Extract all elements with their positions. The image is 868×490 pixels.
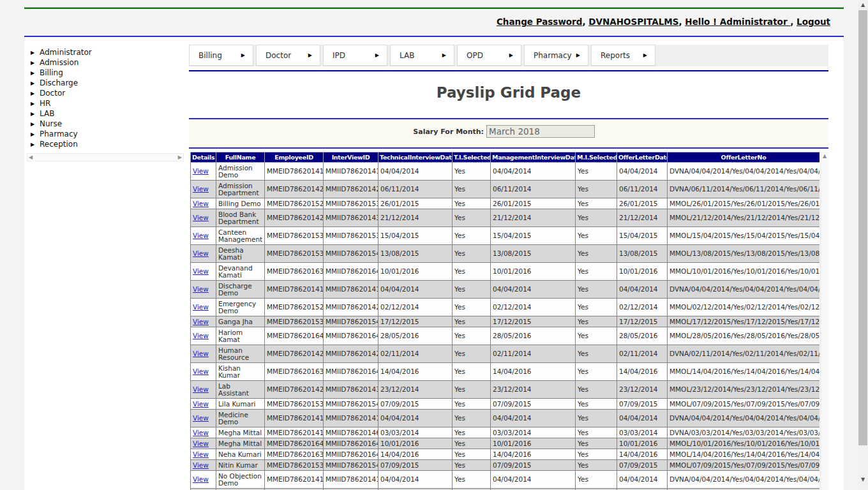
employeeid-cell: MMEID786201530 (265, 227, 324, 245)
nav-item-billing[interactable]: Billing▶ (189, 45, 253, 66)
table-row: ViewDeesha KamatiMMEID786201531MMIID7862… (191, 245, 820, 263)
view-link[interactable]: View (193, 214, 209, 221)
nav-item-opd[interactable]: OPD▶ (457, 45, 521, 66)
sidebar-item-hr[interactable]: ▶HR (26, 98, 185, 108)
sidebar-item-administrator[interactable]: ▶Administrator (26, 47, 185, 57)
sidebar-item-reception[interactable]: ▶Reception (26, 139, 185, 149)
sidebar-item-lab[interactable]: ▶LAB (26, 108, 185, 119)
fullname-cell: Devanand Kamati (216, 263, 265, 281)
sidebar-item-discharge[interactable]: ▶Discharge (26, 78, 185, 88)
view-link[interactable]: View (193, 249, 209, 257)
sidebar-item-billing[interactable]: ▶Billing (26, 68, 185, 78)
nav-item-doctor[interactable]: Doctor▶ (256, 45, 320, 66)
header-link-dvnahospitalms[interactable]: DVNAHOSPITALMS (588, 17, 678, 27)
offer-no-cell: MMOL/02/12/2014/Yes/02/12/2014/Yes/02/12… (668, 299, 820, 316)
fullname-cell: Megha Mittal (216, 438, 265, 449)
header-links: Change Password, DVNAHOSPITALMS, Hello !… (497, 17, 830, 27)
interviewid-cell: MMIID786201416 (324, 471, 378, 489)
view-link[interactable]: View (193, 440, 209, 447)
sidebar-horizontal-scrollbar[interactable]: ◀ ▶ (27, 153, 184, 161)
nav-item-reports[interactable]: Reports▶ (591, 45, 655, 66)
view-link[interactable]: View (193, 285, 209, 293)
sidebar-item-nurse[interactable]: ▶Nurse (26, 119, 185, 129)
employeeid-cell: MMEID786201414 (265, 471, 324, 489)
offer-date-cell: 14/04/2016 (617, 449, 668, 460)
view-link[interactable]: View (193, 475, 209, 483)
view-link[interactable]: View (193, 318, 209, 325)
details-cell: View (191, 163, 216, 181)
view-link[interactable]: View (193, 332, 209, 339)
employeeid-cell: MMEID786201531 (265, 245, 324, 263)
view-link[interactable]: View (193, 167, 209, 175)
browser-scrollbar[interactable]: ▲ ▼ (858, 0, 868, 490)
mgmt-date-cell: 17/12/2015 (491, 316, 576, 327)
sidebar-item-label: Pharmacy (40, 130, 78, 138)
offer-no-cell: DVNA/04/04/2014/Yes/04/04/2014/Yes/04/04… (668, 471, 820, 489)
mi-selected-cell: Yes (576, 449, 617, 460)
details-cell: View (191, 299, 216, 316)
view-link[interactable]: View (193, 303, 209, 311)
sidebar-item-label: Nurse (40, 119, 62, 128)
chevron-right-icon: ▶ (26, 131, 40, 137)
view-link[interactable]: View (193, 232, 209, 239)
offer-no-cell: DVNA/03/03/2014/Yes/03/03/2014/Yes/03/03… (668, 427, 820, 438)
mgmt-date-cell: 04/04/2014 (491, 281, 576, 299)
header-link-change-password[interactable]: Change Password (497, 17, 583, 27)
view-link[interactable]: View (193, 461, 209, 469)
sidebar-menu: ▶Administrator▶Admission▶Billing▶Dischar… (26, 47, 185, 163)
view-link[interactable]: View (193, 429, 209, 436)
view-link[interactable]: View (193, 414, 209, 422)
view-link[interactable]: View (193, 185, 209, 193)
scrollbar-up-icon[interactable]: ▲ (858, 0, 868, 10)
view-link[interactable]: View (193, 267, 209, 275)
view-link[interactable]: View (193, 400, 209, 408)
table-row: ViewMedicine DemoMMEID786201416MMIID7862… (191, 410, 820, 427)
interviewid-cell: MMIID786201645 (324, 263, 378, 281)
nav-item-label: Doctor (266, 51, 291, 60)
ti-selected-cell: Yes (453, 460, 491, 471)
header-link-logout[interactable]: Logout (797, 17, 830, 27)
offer-date-cell: 13/08/2015 (617, 245, 668, 263)
sidebar-item-pharmacy[interactable]: ▶Pharmacy (26, 129, 185, 139)
header-link-hello-administrator-[interactable]: Hello ! Administrator (685, 17, 790, 27)
chevron-right-icon: ▶ (26, 121, 40, 127)
scroll-left-icon[interactable]: ◀ (29, 155, 33, 160)
table-row: ViewLab AssistantMMEID786201427MMIID7862… (191, 381, 820, 399)
table-row: ViewNitin KumarMMEID786201533MMIID786201… (191, 460, 820, 471)
table-row: ViewNo Objection DemoMMEID786201414MMIID… (191, 471, 820, 489)
table-row: ViewMegha MittalMMEID786201418MMIID78620… (191, 427, 820, 438)
nav-item-lab[interactable]: LAB▶ (390, 45, 454, 66)
salary-blue-rule (189, 147, 828, 149)
mgmt-date-cell: 02/11/2014 (491, 345, 576, 363)
mi-selected-cell: Yes (576, 245, 617, 263)
scroll-right-icon[interactable]: ▶ (178, 155, 182, 160)
offer-date-cell: 02/12/2014 (617, 299, 668, 316)
tech-date-cell: 04/04/2014 (378, 471, 453, 489)
view-link[interactable]: View (193, 368, 209, 375)
salary-month-input[interactable] (486, 125, 595, 138)
scroll-up-icon[interactable]: ▲ (821, 152, 828, 159)
sidebar-item-admission[interactable]: ▶Admission (26, 57, 185, 68)
sidebar-item-doctor[interactable]: ▶Doctor (26, 88, 185, 98)
details-cell: View (191, 263, 216, 281)
offer-date-cell: 15/04/2015 (617, 227, 668, 245)
view-link[interactable]: View (193, 200, 209, 207)
scrollbar-thumb[interactable] (858, 10, 867, 445)
fullname-cell: No Objection Demo (216, 471, 265, 489)
table-row: ViewAdmission DemoMMEID786201412MMIID786… (191, 163, 820, 181)
view-link[interactable]: View (193, 385, 209, 393)
view-link[interactable]: View (193, 450, 209, 458)
details-cell: View (191, 281, 216, 299)
interviewid-cell: MMIID786201536 (324, 227, 378, 245)
nav-item-pharmacy[interactable]: Pharmacy▶ (524, 45, 588, 66)
nav-item-label: LAB (400, 51, 414, 60)
offer-date-cell: 06/11/2014 (617, 181, 668, 198)
employeeid-cell: MMEID786201535 (265, 316, 324, 327)
scrollbar-down-icon[interactable]: ▼ (858, 475, 868, 485)
details-cell: View (191, 438, 216, 449)
offer-no-cell: DVNA/04/04/2014/Yes/04/04/2014/Yes/04/04… (668, 281, 820, 299)
nav-item-ipd[interactable]: IPD▶ (323, 45, 387, 66)
details-cell: View (191, 227, 216, 245)
grid-vertical-scrollbar[interactable]: ▲ (820, 152, 828, 490)
view-link[interactable]: View (193, 350, 209, 357)
